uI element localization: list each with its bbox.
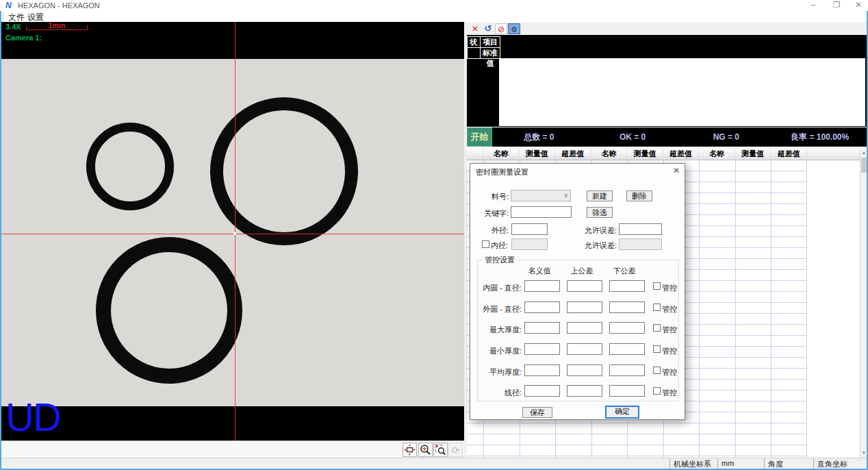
cancel-button[interactable]: ⊘ xyxy=(495,23,507,34)
control-nominal-input[interactable] xyxy=(524,322,560,334)
control-upper-input[interactable] xyxy=(567,280,602,292)
stat-ng: NG = 0 xyxy=(680,127,774,147)
stat-total: 总数 = 0 xyxy=(492,127,586,147)
control-row-label: 最大厚度: xyxy=(478,325,522,335)
statusbar-units: mm xyxy=(717,458,764,469)
control-manage-checkbox[interactable] xyxy=(653,282,661,290)
grid-column-line xyxy=(735,160,736,458)
red-x-icon: ✕ xyxy=(472,24,478,34)
delete-item-button[interactable]: ✕ xyxy=(470,23,481,34)
start-button[interactable]: 开始 xyxy=(467,127,492,147)
standard-table-body xyxy=(499,58,865,126)
gear-icon: ⚙ xyxy=(511,25,518,34)
part-number-label: 料号: xyxy=(484,192,509,202)
control-row-label: 内圆 - 直径: xyxy=(478,283,522,293)
title-bar: N HEXAGON - HEXAGON – ❐ ✕ xyxy=(0,0,868,11)
grid-column-line xyxy=(806,160,807,458)
control-nominal-input[interactable] xyxy=(524,280,560,292)
zoom-fit-button[interactable] xyxy=(418,443,433,457)
control-lower-input[interactable] xyxy=(609,301,645,313)
grid-column-line xyxy=(771,160,771,458)
results-header-cell: 名称 xyxy=(483,148,520,160)
results-header-cell: 名称 xyxy=(699,148,735,160)
results-table-header: 名称测量值超差值名称测量值超差值名称测量值超差值 xyxy=(467,148,860,160)
control-upper-input[interactable] xyxy=(567,385,602,397)
outer-diameter-input[interactable] xyxy=(511,223,548,235)
refresh-button[interactable]: ⟳ xyxy=(448,443,463,457)
refresh-icon: ⟳ xyxy=(452,445,460,456)
control-manage-checkbox[interactable] xyxy=(653,345,661,353)
control-manage-checkbox[interactable] xyxy=(653,324,661,332)
control-lower-input[interactable] xyxy=(609,364,645,376)
inner-diameter-label: 内径: xyxy=(491,240,509,251)
toolbar-grip xyxy=(3,12,3,21)
control-manage-checkbox[interactable] xyxy=(653,367,661,374)
results-header-cell: 测量值 xyxy=(735,148,771,160)
control-manage-label: 管控 xyxy=(662,304,677,314)
control-lower-input[interactable] xyxy=(609,322,645,334)
col-status-header: 状态 xyxy=(467,36,481,48)
inner-tolerance-label: 允许误差: xyxy=(580,240,617,251)
actual-size-button[interactable] xyxy=(403,443,417,457)
control-upper-input[interactable] xyxy=(567,301,602,313)
minimize-button[interactable]: – xyxy=(804,0,823,10)
scroll-thumb[interactable] xyxy=(861,158,867,173)
control-row-label: 线径: xyxy=(478,388,522,398)
camera-name-label: Camera 1: xyxy=(5,34,42,42)
statusbar-coordinate-system: 机械坐标系 xyxy=(669,458,717,469)
app-logo-icon: N xyxy=(5,1,12,10)
outer-tolerance-input[interactable] xyxy=(619,223,662,235)
stat-yield: 良率 = 100.00% xyxy=(773,127,867,147)
results-scrollbar[interactable]: ▲ ▼ xyxy=(860,148,867,458)
control-manage-label: 管控 xyxy=(662,388,677,398)
ok-button[interactable]: 确定 xyxy=(605,406,639,419)
ring-bottom xyxy=(96,237,242,384)
settings-button[interactable]: ⚙ xyxy=(508,23,520,34)
close-button[interactable]: ✕ xyxy=(849,0,868,10)
control-manage-checkbox[interactable] xyxy=(653,387,661,395)
delete-button[interactable]: 删除 xyxy=(626,190,652,201)
results-header-cell: 名称 xyxy=(591,148,628,160)
nominal-column-header: 名义值 xyxy=(522,266,557,276)
control-row-label: 平均厚度: xyxy=(478,367,522,378)
create-button[interactable]: 新建 xyxy=(587,190,613,201)
dialog-title: 密封圈测量设置 xyxy=(476,167,528,177)
app-window: N HEXAGON - HEXAGON – ❐ ✕ 文件 设置 3.4X 1mm… xyxy=(0,0,868,470)
keyword-input[interactable] xyxy=(511,206,572,218)
reset-button[interactable]: ↺ xyxy=(483,23,494,34)
control-nominal-input[interactable] xyxy=(524,364,560,376)
control-manage-checkbox[interactable] xyxy=(653,304,661,311)
control-manage-label: 管控 xyxy=(662,325,677,335)
zoom-region-button[interactable] xyxy=(433,443,448,457)
scale-bar xyxy=(26,29,88,30)
restore-button[interactable]: ❐ xyxy=(827,0,846,10)
part-number-dropdown[interactable]: ∨ xyxy=(511,190,571,201)
inner-diameter-input[interactable] xyxy=(511,238,548,250)
measure-toolbar: ✕ ↺ ⊘ ⚙ xyxy=(467,23,867,35)
col-item-header: 项目 xyxy=(480,36,500,48)
statusbar-rect-coords: 直角坐标 xyxy=(813,458,867,469)
save-button[interactable]: 保存 xyxy=(522,407,552,418)
control-lower-input[interactable] xyxy=(609,280,645,292)
control-manage-label: 管控 xyxy=(662,346,677,356)
inner-diameter-checkbox[interactable] xyxy=(482,240,489,248)
results-header-cell: 超差值 xyxy=(663,148,700,160)
control-nominal-input[interactable] xyxy=(524,301,560,313)
inner-tolerance-input[interactable] xyxy=(619,238,662,250)
statusbar-angle: 角度 xyxy=(764,458,813,469)
filter-button[interactable]: 筛选 xyxy=(587,207,613,218)
upper-tol-column-header: 上公差 xyxy=(564,266,600,276)
stats-bar: 开始 总数 = 0 OK = 0 NG = 0 良率 = 100.00% xyxy=(467,127,867,147)
camera-viewport[interactable]: 3.4X 1mm Camera 1: UD xyxy=(1,22,464,441)
chevron-down-icon: ∨ xyxy=(563,192,568,199)
control-nominal-input[interactable] xyxy=(524,343,560,355)
control-lower-input[interactable] xyxy=(609,385,645,397)
results-header-cell: 超差值 xyxy=(555,148,591,160)
camera-toolbar: ⟳ xyxy=(1,441,464,458)
control-upper-input[interactable] xyxy=(567,364,602,376)
control-upper-input[interactable] xyxy=(567,343,602,355)
dialog-close-icon[interactable]: ✕ xyxy=(672,166,681,175)
control-upper-input[interactable] xyxy=(567,322,602,334)
control-nominal-input[interactable] xyxy=(524,385,560,397)
control-lower-input[interactable] xyxy=(609,343,645,355)
